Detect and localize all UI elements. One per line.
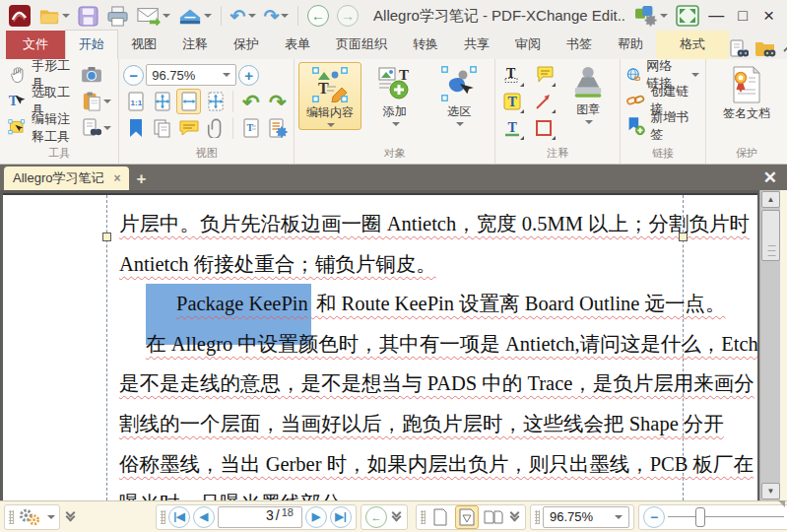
callout-tool-button[interactable] — [531, 62, 557, 88]
comments-panel-button[interactable] — [176, 115, 201, 141]
paste-button[interactable] — [79, 89, 114, 114]
tab-comment[interactable]: 注释 — [169, 31, 221, 59]
text-line[interactable]: 在 Allegro 中设置颜色时，其中有一项是 Antietch,请问这是什么，… — [119, 324, 686, 365]
scroll-down-button[interactable]: ▼ — [761, 483, 780, 499]
toolbar-grip[interactable] — [421, 510, 426, 524]
toolbar-grip[interactable] — [535, 510, 540, 524]
new-tab-button[interactable]: + — [129, 168, 153, 190]
zoom-slider[interactable] — [668, 506, 784, 528]
undo-dropdown-caret[interactable] — [248, 14, 256, 18]
web-link-caret[interactable] — [691, 73, 699, 77]
tab-view[interactable]: 视图 — [118, 31, 169, 59]
scrollbar-thumb[interactable]: ——— — [761, 210, 780, 261]
save-button[interactable] — [75, 3, 101, 29]
fit-width-layout-button[interactable] — [455, 505, 479, 529]
two-page-layout-button[interactable] — [482, 505, 505, 529]
redo-button[interactable]: ↷ — [261, 3, 293, 29]
zoom-in-button[interactable]: + — [238, 65, 259, 86]
selection-button[interactable]: 选区 — [428, 62, 492, 130]
vertical-scrollbar[interactable]: ▲ ——— ▼ — [759, 190, 780, 500]
edit-annotation-tool-button[interactable]: 编辑注释工具 — [4, 115, 75, 141]
arrow-tool-button[interactable] — [531, 89, 557, 114]
maximize-button[interactable]: □ — [731, 2, 755, 30]
text-line[interactable]: 曝光时，只曝光墨线部分。 — [119, 484, 686, 500]
tab-review[interactable]: 审阅 — [502, 31, 554, 59]
scroll-up-button[interactable]: ▲ — [761, 191, 780, 208]
text-line[interactable]: 是不是走线的意思，是不是想当与 PADS 中的 Trace，是负片层用来画分 — [119, 364, 686, 404]
content-panel-button[interactable]: T — [238, 115, 263, 141]
fullscreen-button[interactable] — [673, 3, 702, 29]
next-page-button[interactable]: ▶ — [305, 506, 327, 528]
fit-visible-button[interactable] — [203, 89, 228, 114]
document-tab-active[interactable]: Allegro学习笔记 × — [4, 166, 129, 190]
selection-handle-right[interactable] — [679, 233, 688, 241]
text-line[interactable]: 俗称墨线，当出 Gerber 时，如果内层出负片，则只出墨线，PCB 板厂在 — [119, 444, 686, 485]
pdf-page[interactable]: 片层中。负片先沿板边画一圈 Antietch，宽度 0.5MM 以上；分割负片时… — [3, 193, 757, 500]
zoom-level-combobox[interactable]: 96.75% — [146, 64, 236, 86]
rotate-cw-button[interactable]: ↷ — [265, 89, 290, 114]
options-gears-icon[interactable] — [17, 507, 42, 527]
find-dropdown-caret[interactable] — [103, 126, 111, 130]
paste-dropdown-caret[interactable] — [103, 100, 111, 103]
toolbar-grip[interactable] — [9, 510, 14, 524]
tab-file[interactable]: 文件 — [6, 31, 65, 59]
underline-text-button[interactable]: T — [499, 115, 525, 141]
zoom-combobox-caret[interactable] — [223, 73, 230, 77]
actual-size-button[interactable]: 1:1 — [123, 89, 148, 114]
tab-form[interactable]: 表单 — [272, 31, 323, 59]
zoom-slider-thumb[interactable] — [695, 507, 705, 527]
find-in-document-button[interactable] — [729, 39, 749, 59]
selection-caret[interactable] — [456, 122, 464, 126]
tab-bookmarks[interactable]: 书签 — [554, 31, 605, 59]
next-view-button[interactable]: → — [334, 3, 361, 29]
open-button[interactable] — [35, 3, 73, 29]
typewriter-tool-button[interactable]: T — [499, 62, 525, 88]
open-dropdown-caret[interactable] — [62, 14, 70, 18]
sign-document-button[interactable]: 签名文档 — [710, 62, 783, 124]
email-button[interactable] — [134, 3, 173, 29]
find-button[interactable] — [79, 115, 114, 141]
email-dropdown-caret[interactable] — [163, 14, 170, 18]
text-line[interactable]: 片层中。负片先沿板边画一圈 Antietch，宽度 0.5MM 以上；分割负片时 — [119, 204, 686, 244]
status-zoom-caret[interactable] — [615, 515, 623, 519]
fit-width-button[interactable] — [176, 89, 201, 114]
text-segment[interactable]: 和 Route KeePin 设置离 Board Outline 远一点。 — [311, 293, 726, 314]
highlight-text-button[interactable]: T — [499, 89, 525, 114]
status-zoom-combobox[interactable]: 96.75% — [543, 506, 629, 528]
zoom-slider-track[interactable] — [668, 516, 784, 518]
fit-page-button[interactable] — [150, 89, 174, 114]
document-tab-close-icon[interactable]: × — [113, 171, 120, 185]
selection-handle-left[interactable] — [102, 233, 111, 241]
toolbar-grip[interactable] — [161, 510, 165, 524]
redo-dropdown-caret[interactable] — [281, 14, 289, 18]
tab-share[interactable]: 共享 — [451, 31, 502, 59]
scan-button[interactable] — [175, 3, 215, 29]
tab-home[interactable]: 开始 — [65, 30, 118, 59]
edit-content-button[interactable]: T 编辑内容 — [298, 62, 361, 130]
ui-options-caret[interactable] — [660, 14, 668, 18]
layout-overflow-button[interactable] — [508, 513, 521, 520]
minimize-button[interactable]: — — [704, 2, 729, 30]
stamp-button[interactable]: 图章 — [560, 62, 616, 141]
last-page-button[interactable]: ▶| — [330, 506, 352, 528]
print-button[interactable] — [103, 3, 132, 29]
collapse-ribbon-button[interactable] — [782, 44, 787, 54]
options-caret[interactable] — [47, 515, 55, 519]
collapse-left-toolbar-button[interactable] — [64, 513, 77, 520]
add-bookmark-button[interactable]: 新增书签 — [624, 113, 701, 138]
edit-content-caret[interactable] — [327, 123, 335, 127]
document-text[interactable]: 片层中。负片先沿板边画一圈 Antietch，宽度 0.5MM 以上；分割负片时… — [119, 204, 686, 500]
close-document-button[interactable]: ✕ — [763, 167, 777, 188]
text-line[interactable]: 割线的一个层面，当画好以后，跑负片层时，这些线会把 Shape 分开 — [119, 404, 686, 444]
rotate-ccw-button[interactable]: ↶ — [238, 89, 263, 114]
search-folders-button[interactable] — [754, 39, 776, 59]
attachments-panel-button[interactable] — [203, 115, 228, 141]
ui-options-button[interactable] — [631, 3, 671, 29]
zoom-out-status-button[interactable]: − — [643, 506, 665, 528]
previous-page-button[interactable]: ◀ — [193, 506, 215, 528]
rectangle-tool-button[interactable] — [531, 115, 557, 141]
previous-view-button-status[interactable]: ← — [365, 506, 387, 528]
stamp-caret[interactable] — [585, 120, 593, 124]
view-history-overflow-button[interactable] — [390, 513, 403, 520]
undo-button[interactable]: ↶ — [228, 3, 259, 29]
